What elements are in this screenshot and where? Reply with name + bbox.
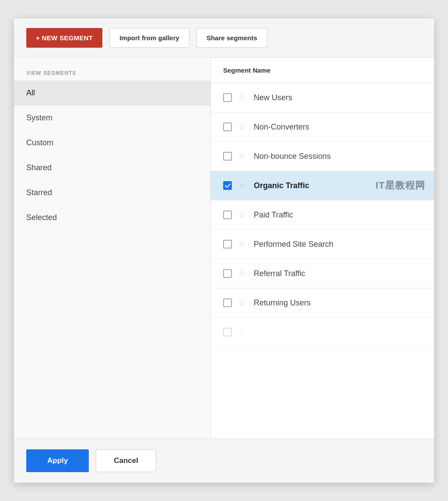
star-icon-new-users[interactable]: ☆ (238, 93, 248, 102)
segment-row-new-users[interactable]: ☆ New Users (211, 83, 434, 112)
star-icon-paid-traffic[interactable]: ☆ (238, 210, 248, 220)
segment-name-organic-traffic: Organic Traffic (254, 181, 309, 190)
import-from-gallery-button[interactable]: Import from gallery (109, 28, 189, 48)
segment-name-performed-site-search: Performed Site Search (254, 240, 333, 249)
star-icon-non-converters[interactable]: ☆ (238, 122, 248, 132)
segment-name-returning-users: Returning Users (254, 298, 311, 308)
segment-row-non-converters[interactable]: ☆ Non-Converters (211, 112, 434, 142)
star-icon-returning-users[interactable]: ☆ (238, 298, 248, 308)
sidebar-item-all[interactable]: All (14, 81, 210, 105)
star-icon-organic-traffic[interactable]: ☆ (238, 181, 248, 190)
checkbox-new-users[interactable] (223, 93, 232, 102)
star-icon-performed-site-search[interactable]: ☆ (238, 239, 248, 249)
segment-name-paid-traffic: Paid Traffic (254, 210, 293, 220)
sidebar-item-selected[interactable]: Selected (14, 205, 210, 230)
star-icon-partial: ☆ (238, 327, 248, 337)
segment-row-organic-traffic[interactable]: ☆ Organic Traffic IT星教程网 (211, 171, 434, 200)
checkbox-paid-traffic[interactable] (223, 210, 232, 219)
segment-row-paid-traffic[interactable]: ☆ Paid Traffic (211, 200, 434, 230)
sidebar-item-starred[interactable]: Starred (14, 180, 210, 205)
star-icon-referral-traffic[interactable]: ☆ (238, 269, 248, 278)
toolbar: + NEW SEGMENT Import from gallery Share … (14, 18, 434, 58)
segment-list-wrapper: Segment Name ☆ New Users ☆ Non-Converter… (211, 58, 434, 438)
segment-row-partial[interactable]: ☆ (211, 318, 434, 347)
checkbox-non-converters[interactable] (223, 123, 232, 131)
segment-name-non-converters: Non-Converters (254, 123, 309, 132)
checkbox-non-bounce-sessions[interactable] (223, 152, 232, 161)
sidebar: VIEW SEGMENTS All System Custom Shared S… (14, 58, 211, 438)
segment-list-header: Segment Name (211, 58, 434, 83)
checkbox-returning-users[interactable] (223, 298, 232, 307)
segment-row-performed-site-search[interactable]: ☆ Performed Site Search (211, 230, 434, 259)
watermark-text: IT星教程网 (375, 179, 425, 192)
sidebar-item-shared[interactable]: Shared (14, 155, 210, 180)
new-segment-button[interactable]: + NEW SEGMENT (26, 28, 102, 48)
apply-button[interactable]: Apply (26, 449, 89, 472)
cancel-button[interactable]: Cancel (96, 449, 156, 472)
main-content: VIEW SEGMENTS All System Custom Shared S… (14, 58, 434, 438)
checkbox-organic-traffic[interactable] (223, 181, 232, 190)
share-segments-button[interactable]: Share segments (196, 28, 267, 48)
checkbox-partial[interactable] (223, 328, 232, 336)
segment-row-referral-traffic[interactable]: ☆ Referral Traffic (211, 259, 434, 288)
segment-name-new-users: New Users (254, 93, 292, 102)
segments-modal: + NEW SEGMENT Import from gallery Share … (14, 18, 434, 483)
sidebar-item-system[interactable]: System (14, 105, 210, 130)
star-icon-non-bounce-sessions[interactable]: ☆ (238, 151, 248, 161)
segment-row-non-bounce-sessions[interactable]: ☆ Non-bounce Sessions (211, 142, 434, 171)
sidebar-item-custom[interactable]: Custom (14, 130, 210, 155)
footer: Apply Cancel (14, 438, 434, 483)
segment-name-referral-traffic: Referral Traffic (254, 269, 305, 278)
checkbox-referral-traffic[interactable] (223, 269, 232, 278)
checkbox-performed-site-search[interactable] (223, 240, 232, 249)
segment-name-non-bounce-sessions: Non-bounce Sessions (254, 152, 331, 161)
sidebar-section-label: VIEW SEGMENTS (14, 62, 210, 81)
segment-list: Segment Name ☆ New Users ☆ Non-Converter… (211, 58, 434, 347)
segment-row-returning-users[interactable]: ☆ Returning Users (211, 288, 434, 318)
